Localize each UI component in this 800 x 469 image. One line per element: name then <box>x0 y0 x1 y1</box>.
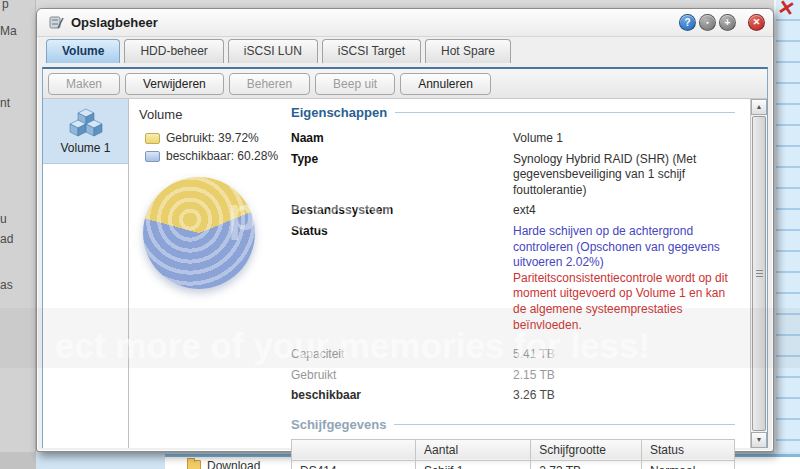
storage-manager-icon <box>49 15 64 30</box>
capacity-row-capaciteit: Capaciteit 5.41 TB <box>291 347 735 363</box>
property-value: Harde schijven op de achtergrond control… <box>513 224 735 333</box>
legend-item-used: Gebruikt: 39.72% <box>145 129 278 147</box>
scrollbar-thumb[interactable] <box>752 116 766 431</box>
section-divider <box>394 424 735 425</box>
disk-cell-status: Normaal <box>641 460 734 469</box>
background-page-bottom-left <box>0 452 36 469</box>
tab-iscsi-target[interactable]: iSCSI Target <box>322 39 421 63</box>
tab-hdd-beheer[interactable]: HDD-beheer <box>124 39 223 63</box>
disk-col-grootte: Schijfgrootte <box>531 439 642 460</box>
volume-list-sidebar: Volume 1 <box>43 99 129 448</box>
help-button[interactable]: ? <box>679 14 696 31</box>
sidebar-item-label: Volume 1 <box>60 141 110 155</box>
maximize-button[interactable]: + <box>719 14 736 31</box>
capacity-value: 5.41 TB <box>513 347 735 363</box>
capacity-row-beschikbaar: beschikbaar 3.26 TB <box>291 388 735 404</box>
disk-table-header-row: Aantal Schijfgrootte Status <box>292 439 735 460</box>
status-info-text: Harde schijven op de achtergrond control… <box>513 224 720 269</box>
property-label: Status <box>291 224 513 333</box>
beep-uit-button[interactable]: Beep uit <box>315 73 395 95</box>
status-warning-text: Pariteitsconsistentiecontrole wordt op d… <box>513 271 728 332</box>
capacity-value: 2.15 TB <box>513 368 735 384</box>
background-striped-list <box>774 0 800 469</box>
property-value: Synology Hybrid RAID (SHR) (Met gegevens… <box>513 152 735 199</box>
minimize-button[interactable]: ▪ <box>699 14 716 31</box>
verwijderen-button[interactable]: Verwijderen <box>125 73 224 95</box>
legend-swatch-available <box>145 151 160 162</box>
capacity-value: 3.26 TB <box>513 388 735 404</box>
capacity-label: Capaciteit <box>291 347 513 363</box>
legend-label-used: Gebruikt: 39.72% <box>166 131 259 145</box>
tab-strip: Volume HDD-beheer iSCSI LUN iSCSI Target… <box>37 37 773 63</box>
tab-hot-spare[interactable]: Hot Spare <box>425 39 511 63</box>
volume-cubes-icon <box>69 108 103 138</box>
disk-cell-aantal: Schijf 1 <box>416 460 531 469</box>
disk-info-header: Schijfgegevens <box>291 417 735 432</box>
background-page-top <box>36 0 776 8</box>
tab-volume[interactable]: Volume <box>46 39 120 63</box>
scroll-up-arrow-icon[interactable]: ▲ <box>751 99 767 115</box>
property-row-status: Status Harde schijven op de achtergrond … <box>291 224 735 333</box>
beheren-button[interactable]: Beheren <box>229 73 310 95</box>
disk-col-aantal: Aantal <box>416 439 531 460</box>
background-text-fragment: Ma <box>0 24 17 38</box>
background-folder-label: Download <box>207 459 260 469</box>
legend-swatch-used <box>145 133 160 144</box>
disk-info-header-label: Schijfgegevens <box>291 417 386 432</box>
background-text-fragment: as <box>0 278 13 292</box>
tab-iscsi-lun[interactable]: iSCSI LUN <box>228 39 318 63</box>
capacity-label: beschikbaar <box>291 388 513 404</box>
background-text-fragment: u <box>0 212 7 226</box>
main-panel: Volume Gebruikt: 39.72% beschikbaar: 60.… <box>129 99 750 448</box>
properties-section: Eigenschappen Naam Volume 1 Type Synolog… <box>291 105 735 469</box>
background-text-fragment: nt <box>0 96 10 110</box>
property-row-naam: Naam Volume 1 <box>291 131 735 147</box>
window-title: Opslagbeheer <box>71 15 158 30</box>
window-controls: ? ▪ + ✕ <box>679 14 765 31</box>
disk-col-status: Status <box>641 439 734 460</box>
vertical-scrollbar[interactable]: ▲ ▼ <box>750 99 767 448</box>
folder-icon <box>187 460 201 469</box>
volume-panel-title: Volume <box>139 107 182 122</box>
property-row-bestandssysteem: Bestandssysteem ext4 <box>291 203 735 219</box>
disk-cell-grootte: 2.73 TB <box>531 460 642 469</box>
capacity-row-gebruikt: Gebruikt 2.15 TB <box>291 368 735 384</box>
close-button[interactable]: ✕ <box>748 14 765 31</box>
toolbar: Maken Verwijderen Beheren Beep uit Annul… <box>43 69 767 99</box>
sidebar-item-volume-1[interactable]: Volume 1 <box>43 99 128 164</box>
background-text-fragment: ad <box>0 232 13 246</box>
property-label: Bestandssysteem <box>291 203 513 219</box>
scroll-down-arrow-icon[interactable]: ▼ <box>751 432 767 448</box>
property-row-type: Type Synology Hybrid RAID (SHR) (Met geg… <box>291 152 735 199</box>
disk-table-row[interactable]: DS414 Schijf 1 2.73 TB Normaal <box>292 460 735 469</box>
property-label: Type <box>291 152 513 199</box>
volume-usage-pie-chart <box>143 177 255 289</box>
properties-header: Eigenschappen <box>291 105 735 120</box>
capacity-label: Gebruikt <box>291 368 513 384</box>
property-label: Naam <box>291 131 513 147</box>
frame-body: Volume 1 Volume Gebruikt: 39.72% beschik… <box>43 99 767 448</box>
background-page-left: p Ma nt u ad as <box>0 0 36 469</box>
background-text-fragment: p <box>2 0 9 11</box>
content-frame: Maken Verwijderen Beheren Beep uit Annul… <box>42 67 768 448</box>
property-value: ext4 <box>513 203 735 219</box>
pie-legend: Gebruikt: 39.72% beschikbaar: 60.28% <box>145 129 278 165</box>
disk-col-name <box>292 439 416 460</box>
disk-cell-name: DS414 <box>292 460 416 469</box>
legend-item-available: beschikbaar: 60.28% <box>145 147 278 165</box>
storage-manager-window: Opslagbeheer ? ▪ + ✕ Volume HDD-beheer i… <box>36 8 774 452</box>
maken-button[interactable]: Maken <box>48 73 120 95</box>
section-divider <box>395 112 735 113</box>
annuleren-button[interactable]: Annuleren <box>400 73 491 95</box>
legend-label-available: beschikbaar: 60.28% <box>166 149 278 163</box>
properties-header-label: Eigenschappen <box>291 105 387 120</box>
title-bar[interactable]: Opslagbeheer ? ▪ + ✕ <box>37 9 773 37</box>
disk-table: Aantal Schijfgrootte Status DS414 Schijf… <box>291 439 735 469</box>
property-value: Volume 1 <box>513 131 735 147</box>
